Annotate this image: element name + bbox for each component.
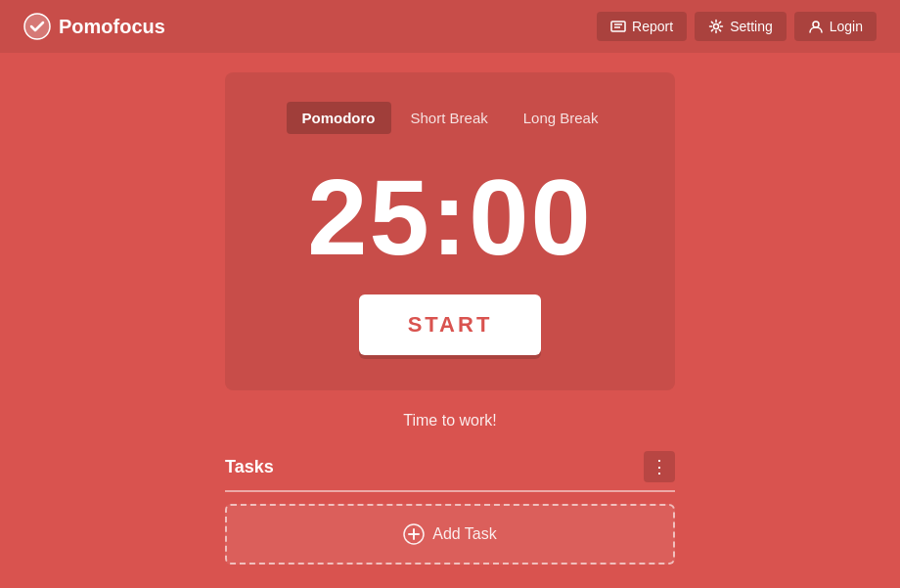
logo-area: Pomofocus <box>23 13 165 40</box>
svg-point-6 <box>714 24 719 29</box>
main-content: Pomodoro Short Break Long Break 25:00 ST… <box>0 53 900 565</box>
logo-check <box>23 13 51 40</box>
timer-display: 25:00 <box>307 163 592 271</box>
header: Pomofocus Report Setting Login <box>0 0 900 53</box>
start-button[interactable]: START <box>359 294 541 355</box>
tab-pomodoro[interactable]: Pomodoro <box>287 102 391 134</box>
gear-icon <box>708 19 724 34</box>
logo-svg <box>23 13 51 40</box>
svg-point-2 <box>24 14 50 39</box>
logo-text: Pomofocus <box>59 16 165 38</box>
setting-button[interactable]: Setting <box>695 12 787 41</box>
user-icon <box>808 19 824 34</box>
tab-long-break[interactable]: Long Break <box>508 102 614 134</box>
login-label: Login <box>830 19 863 34</box>
tab-short-break[interactable]: Short Break <box>395 102 504 134</box>
timer-card: Pomodoro Short Break Long Break 25:00 ST… <box>225 72 675 390</box>
report-button[interactable]: Report <box>597 12 687 41</box>
svg-rect-3 <box>611 22 625 31</box>
header-actions: Report Setting Login <box>597 12 877 41</box>
report-icon <box>610 19 626 34</box>
plus-circle-icon <box>403 523 425 545</box>
report-label: Report <box>632 19 673 34</box>
add-task-button[interactable]: Add Task <box>225 504 675 565</box>
motivational-text: Time to work! <box>403 412 496 430</box>
login-button[interactable]: Login <box>794 12 877 41</box>
three-dots-icon: ⋮ <box>651 456 668 477</box>
add-task-label: Add Task <box>432 525 497 543</box>
tasks-header: Tasks ⋮ <box>225 451 675 492</box>
svg-point-7 <box>813 22 819 27</box>
setting-label: Setting <box>730 19 773 34</box>
tasks-section: Tasks ⋮ Add Task <box>225 451 675 565</box>
tasks-label: Tasks <box>225 457 274 477</box>
mode-tabs: Pomodoro Short Break Long Break <box>287 102 614 134</box>
tasks-menu-button[interactable]: ⋮ <box>644 451 675 482</box>
